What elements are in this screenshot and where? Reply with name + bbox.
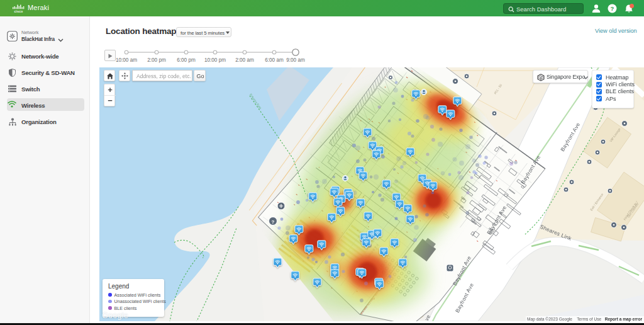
- svg-text:10:00 am: 10:00 am: [116, 57, 137, 63]
- svg-text:?: ?: [611, 5, 614, 12]
- svg-text:cisco: cisco: [14, 10, 23, 13]
- svg-text:10:00 pm: 10:00 pm: [204, 57, 226, 63]
- svg-text:6:00 pm: 6:00 pm: [177, 57, 196, 63]
- svg-text:6:00 am: 6:00 am: [265, 57, 284, 63]
- svg-text:?: ?: [272, 219, 275, 225]
- svg-text:2:00 pm: 2:00 pm: [147, 57, 166, 63]
- svg-text:2:00 am: 2:00 am: [235, 57, 254, 63]
- svg-text:9:00 am: 9:00 am: [286, 57, 305, 63]
